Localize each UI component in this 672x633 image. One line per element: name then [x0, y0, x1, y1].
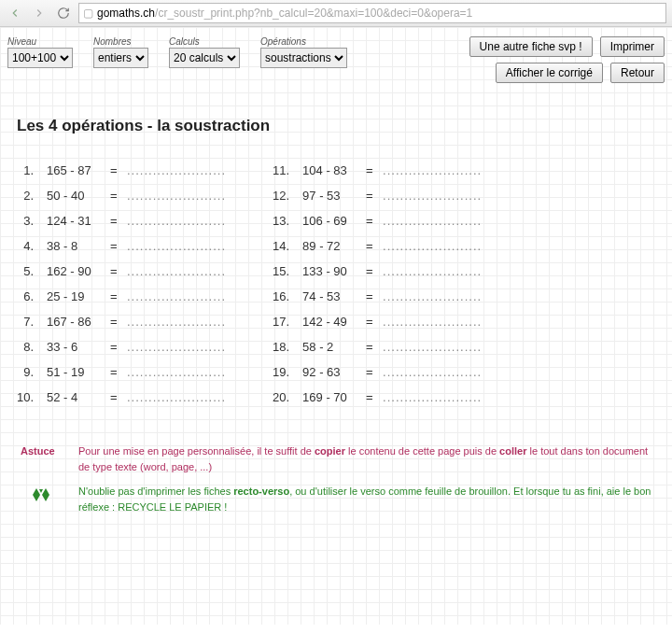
answer-blank: .......................	[383, 189, 482, 203]
exercise-column-right: 11.104 - 83=.......................12.97…	[263, 163, 482, 404]
exercise-row: 10.52 - 4=.......................	[7, 390, 226, 404]
exercise-row: 16.74 - 53=.......................	[263, 289, 482, 303]
answer-blank: .......................	[383, 163, 482, 177]
equals-sign: =	[110, 239, 127, 253]
page-icon: ▢	[83, 7, 93, 20]
equals-sign: =	[366, 214, 383, 228]
exercise-number: 8.	[7, 340, 34, 354]
answer-blank: .......................	[127, 264, 226, 278]
answer-blank: .......................	[383, 239, 482, 253]
exercise-expression: 89 - 72	[302, 239, 366, 253]
exercise-row: 14.89 - 72=.......................	[263, 239, 482, 253]
exercise-number: 6.	[7, 289, 34, 303]
exercise-row: 3.124 - 31=.......................	[7, 214, 226, 228]
answer-blank: .......................	[127, 163, 226, 177]
answer-blank: .......................	[127, 340, 226, 354]
operations-select[interactable]: soustractions	[260, 48, 347, 68]
exercise-number: 5.	[7, 264, 34, 278]
exercise-number: 19.	[263, 365, 289, 379]
exercise-expression: 142 - 49	[302, 315, 366, 329]
exercise-row: 8.33 - 6=.......................	[7, 340, 226, 354]
exercise-number: 17.	[263, 315, 289, 329]
equals-sign: =	[366, 340, 383, 354]
exercise-expression: 106 - 69	[302, 214, 366, 228]
exercise-expression: 133 - 90	[302, 264, 366, 278]
exercise-expression: 52 - 4	[47, 390, 110, 404]
equals-sign: =	[366, 365, 383, 379]
answer-blank: .......................	[127, 214, 226, 228]
another-sheet-button[interactable]: Une autre fiche svp !	[469, 36, 593, 57]
exercise-expression: 97 - 53	[302, 189, 366, 203]
exercise-row: 7.167 - 86=.......................	[7, 315, 226, 329]
exercise-number: 7.	[7, 315, 34, 329]
equals-sign: =	[110, 315, 127, 329]
recycle-row: N'oublie pas d'imprimer les fiches recto…	[21, 484, 653, 514]
equals-sign: =	[366, 264, 383, 278]
niveau-group: Niveau 100+100	[7, 36, 73, 68]
exercise-number: 13.	[263, 214, 289, 228]
back-icon[interactable]	[6, 4, 24, 22]
equals-sign: =	[110, 264, 127, 278]
answer-blank: .......................	[127, 239, 226, 253]
nombres-label: Nombres	[93, 36, 148, 47]
answer-blank: .......................	[127, 189, 226, 203]
equals-sign: =	[366, 390, 383, 404]
reload-icon[interactable]	[54, 4, 73, 22]
equals-sign: =	[366, 289, 383, 303]
recycle-text: N'oublie pas d'imprimer les fiches recto…	[78, 484, 653, 514]
exercise-row: 6.25 - 19=.......................	[7, 289, 226, 303]
browser-toolbar: ▢ gomaths.ch /cr_soustr_print.php?nb_cal…	[0, 0, 672, 27]
answer-blank: .......................	[383, 340, 482, 354]
equals-sign: =	[110, 163, 127, 177]
exercise-row: 9.51 - 19=.......................	[7, 365, 226, 379]
equals-sign: =	[110, 390, 127, 404]
astuce-label: Astuce	[21, 443, 62, 474]
calculs-select[interactable]: 20 calculs	[169, 48, 240, 68]
equals-sign: =	[366, 189, 383, 203]
exercise-number: 3.	[7, 214, 34, 228]
exercise-row: 15.133 - 90=.......................	[263, 264, 482, 278]
exercise-number: 12.	[263, 189, 289, 203]
answer-blank: .......................	[383, 264, 482, 278]
exercise-column-left: 1.165 - 87=.......................2.50 -…	[7, 163, 226, 404]
exercise-row: 18.58 - 2=.......................	[263, 340, 482, 354]
button-column: Une autre fiche svp ! Imprimer Afficher …	[469, 36, 665, 83]
exercise-expression: 74 - 53	[302, 289, 366, 303]
print-button[interactable]: Imprimer	[600, 36, 665, 57]
calculs-label: Calculs	[169, 36, 240, 47]
exercise-number: 2.	[7, 189, 34, 203]
page-body: Niveau 100+100 Nombres entiers Calculs 2…	[0, 27, 672, 625]
exercise-expression: 58 - 2	[302, 340, 366, 354]
url-bar[interactable]: ▢ gomaths.ch /cr_soustr_print.php?nb_cal…	[78, 3, 666, 23]
forward-icon[interactable]	[30, 4, 49, 22]
exercise-number: 4.	[7, 239, 34, 253]
equals-sign: =	[110, 214, 127, 228]
niveau-select[interactable]: 100+100	[7, 48, 73, 68]
equals-sign: =	[110, 365, 127, 379]
answer-blank: .......................	[383, 214, 482, 228]
show-answers-button[interactable]: Afficher le corrigé	[496, 63, 603, 83]
exercise-expression: 38 - 8	[47, 239, 110, 253]
url-path: /cr_soustr_print.php?nb_calcul=20&maxi=1…	[155, 7, 472, 20]
calculs-group: Calculs 20 calculs	[169, 36, 240, 68]
exercise-row: 5.162 - 90=.......................	[7, 264, 226, 278]
exercise-number: 16.	[263, 289, 289, 303]
equals-sign: =	[110, 189, 127, 203]
operations-group: Opérations soustractions	[260, 36, 347, 68]
equals-sign: =	[366, 163, 383, 177]
exercise-row: 19.92 - 63=.......................	[263, 365, 482, 379]
exercise-expression: 25 - 19	[47, 289, 110, 303]
exercise-number: 9.	[7, 365, 34, 379]
exercise-row: 20.169 - 70=.......................	[263, 390, 482, 404]
exercise-expression: 165 - 87	[47, 163, 110, 177]
answer-blank: .......................	[127, 390, 226, 404]
answer-blank: .......................	[383, 390, 482, 404]
nombres-select[interactable]: entiers	[93, 48, 148, 68]
exercise-number: 18.	[263, 340, 289, 354]
back-button[interactable]: Retour	[610, 63, 665, 83]
answer-blank: .......................	[127, 289, 226, 303]
exercise-number: 1.	[7, 163, 34, 177]
answer-blank: .......................	[127, 315, 226, 329]
answer-blank: .......................	[383, 315, 482, 329]
exercise-expression: 124 - 31	[47, 214, 110, 228]
